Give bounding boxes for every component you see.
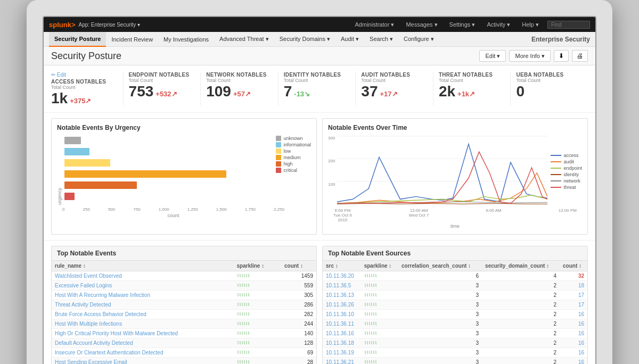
- cell-sparkline: ⌇⌇⌇⌇⌇⌇: [234, 319, 281, 329]
- stat-identity-value: 7: [284, 84, 292, 99]
- more-info-button[interactable]: More Info ▾: [509, 50, 551, 62]
- activity-menu[interactable]: Activity ▾: [487, 21, 510, 28]
- col-corr-count[interactable]: correlation_search_count ↕: [398, 261, 482, 271]
- cell-src[interactable]: 10.11.36.11: [323, 319, 361, 329]
- cell-count: 128: [281, 338, 316, 348]
- cell-src[interactable]: 10.11.36.21: [323, 358, 361, 365]
- stat-identity-sublabel: Total Count: [284, 78, 350, 83]
- nav-incident-review[interactable]: Incident Review: [106, 32, 158, 47]
- cell-rule-name[interactable]: Threat Activity Detected: [52, 300, 234, 310]
- stat-endpoint-value-row: 753 +532: [129, 84, 195, 99]
- cell-rule-name[interactable]: Host With A Recurring Malware Infection: [52, 291, 234, 300]
- cell-src-sparkline: ⌇⌇⌇⌇⌇⌇: [361, 319, 398, 329]
- admin-menu[interactable]: Administrator ▾: [355, 21, 395, 28]
- nav-security-posture[interactable]: Security Posture: [49, 32, 106, 47]
- download-button[interactable]: ⬇: [554, 50, 569, 62]
- legend-threat: threat: [551, 185, 582, 190]
- bar-row-informational: [64, 147, 272, 156]
- x-label-4: 12:00 PM: [559, 208, 577, 222]
- print-button[interactable]: 🖨: [572, 50, 588, 62]
- legend-unknown: unknown: [276, 136, 311, 141]
- col-src[interactable]: src ↕: [323, 261, 361, 271]
- cell-src-count: 17: [560, 300, 587, 310]
- bar-row-high: [64, 180, 272, 190]
- top-notable-events-table: rule_name ↕ sparkline ↕ count ↕ Watchlis…: [52, 261, 316, 364]
- stat-audit-delta: +17: [380, 90, 397, 98]
- cell-rule-name[interactable]: Watchlisted Event Observed: [52, 271, 234, 281]
- nav-audit[interactable]: Audit ▾: [335, 32, 364, 47]
- col-src-sparkline[interactable]: sparkline ↕: [361, 261, 398, 271]
- col-sparkline[interactable]: sparkline ↕: [234, 261, 281, 271]
- top-notable-events-panel: Top Notable Events rule_name ↕ sparkline…: [51, 246, 317, 364]
- table-row: Watchlisted Event Observed ⌇⌇⌇⌇⌇⌇ 1459: [52, 271, 316, 281]
- col-rule-name[interactable]: rule_name ↕: [52, 261, 234, 271]
- messages-menu[interactable]: Messages ▾: [406, 21, 437, 28]
- cell-src[interactable]: 10.11.36.19: [323, 348, 361, 358]
- help-menu[interactable]: Help ▾: [522, 21, 539, 28]
- table-row: 10.11.36.21 ⌇⌇⌇⌇⌇⌇ 3 2 16: [323, 358, 587, 365]
- cell-sec: 2: [482, 300, 560, 310]
- cell-src-sparkline: ⌇⌇⌇⌇⌇⌇: [361, 300, 398, 310]
- line-chart-legend: access audit endpoint identity: [551, 136, 582, 207]
- bar-chart-title: Notable Events By Urgency: [57, 124, 311, 131]
- x-label-2: 12:00 AMWed Oct 7: [409, 208, 429, 222]
- stat-access-edit[interactable]: ✏ Edit: [51, 72, 118, 78]
- cell-corr: 3: [398, 300, 482, 310]
- stat-endpoint-label: ENDPOINT NOTABLES: [129, 72, 195, 78]
- edit-button[interactable]: Edit ▾: [479, 50, 506, 62]
- cell-rule-name[interactable]: Insecure Or Cleartext Authentication Det…: [52, 348, 234, 358]
- stat-audit-value: 37: [361, 84, 378, 99]
- cell-src[interactable]: 10.11.36.10: [323, 310, 361, 319]
- cell-rule-name[interactable]: High Or Critical Priority Host With Malw…: [52, 329, 234, 338]
- app-label[interactable]: App: Enterprise Security ▾: [79, 22, 141, 28]
- line-chart-svg: [337, 136, 547, 205]
- table-row: Default Account Activity Detected ⌇⌇⌇⌇⌇⌇…: [52, 338, 316, 348]
- settings-menu[interactable]: Settings ▾: [449, 21, 476, 28]
- col-sec-domain-count[interactable]: security_domain_count ↕: [482, 261, 560, 271]
- find-input[interactable]: [547, 21, 590, 29]
- cell-rule-name[interactable]: Host With Multiple Infections: [52, 319, 234, 329]
- cell-src[interactable]: 10.11.36.18: [323, 338, 361, 348]
- table-row: Host With A Recurring Malware Infection …: [52, 291, 316, 300]
- table-row: 10.11.36.13 ⌇⌇⌇⌇⌇⌇ 3 2 17: [323, 291, 587, 300]
- stat-ueba-sublabel: Total Count: [516, 78, 583, 83]
- x-label-3: 6:00 AM: [486, 208, 501, 222]
- table-row: 10.11.36.16 ⌇⌇⌇⌇⌇⌇ 3 2 16: [323, 329, 587, 338]
- cell-sparkline: ⌇⌇⌇⌇⌇⌇: [234, 348, 281, 358]
- cell-src-count: 17: [560, 291, 587, 300]
- top-notable-sources-title: Top Notable Event Sources: [323, 246, 587, 261]
- cell-src-sparkline: ⌇⌇⌇⌇⌇⌇: [361, 271, 398, 281]
- cell-rule-name[interactable]: Excessive Failed Logins: [52, 281, 234, 291]
- cell-rule-name[interactable]: Default Account Activity Detected: [52, 338, 234, 348]
- bar-row-medium: [64, 169, 272, 179]
- cell-sec: 2: [482, 281, 560, 291]
- col-src-count[interactable]: count ↕: [560, 261, 587, 271]
- nav-my-investigations[interactable]: My Investigations: [158, 32, 214, 47]
- col-count[interactable]: count ↕: [281, 261, 316, 271]
- cell-src[interactable]: 10.11.36.16: [323, 329, 361, 338]
- cell-corr: 3: [398, 348, 482, 358]
- cell-src[interactable]: 10.11.36.20: [323, 271, 361, 281]
- cell-corr: 3: [398, 281, 482, 291]
- nav-security-domains[interactable]: Security Domains ▾: [274, 32, 335, 47]
- stat-audit-sublabel: Total Count: [361, 78, 428, 83]
- nav-search[interactable]: Search ▾: [364, 32, 398, 47]
- legend-medium: medium: [276, 155, 311, 160]
- y-tick-300: 300: [328, 136, 335, 140]
- cell-rule-name[interactable]: Brute Force Access Behavior Detected: [52, 310, 234, 319]
- nav-configure[interactable]: Configure ▾: [398, 32, 439, 47]
- enterprise-security-label: Enterprise Security: [531, 36, 590, 43]
- bar-row-unknown: [64, 136, 272, 145]
- cell-sec: 2: [482, 358, 560, 365]
- nav-advanced-threat[interactable]: Advanced Threat ▾: [214, 32, 274, 47]
- stat-identity-value-row: 7 -13: [284, 84, 350, 99]
- stat-access-sublabel: Total Count: [51, 85, 118, 90]
- cell-src[interactable]: 10.11.36.26: [323, 300, 361, 310]
- cell-src[interactable]: 10.11.36.5: [323, 281, 361, 291]
- stat-access-label: ACCESS NOTABLES: [51, 79, 118, 85]
- cell-src[interactable]: 10.11.36.13: [323, 291, 361, 300]
- cell-rule-name[interactable]: Host Sending Excessive Email: [52, 358, 234, 365]
- bar-chart-x-label: count: [62, 213, 284, 218]
- splunk-logo: splunk>: [49, 21, 76, 29]
- stat-identity-delta: -13: [294, 90, 310, 98]
